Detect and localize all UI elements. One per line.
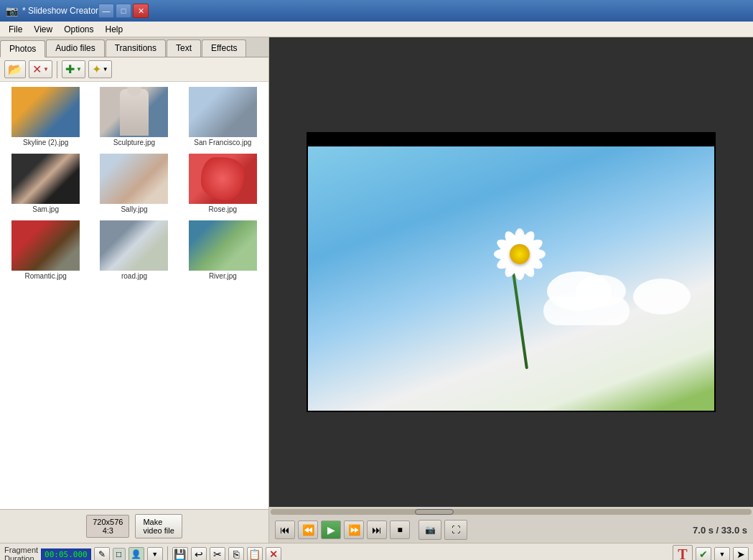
tab-photos[interactable]: Photos [0,40,45,57]
menu-view[interactable]: View [28,23,58,36]
checkmark-button[interactable]: ✔ [696,547,711,560]
time-display: 7.0 s / 33.0 s [693,525,747,536]
thumbnail-image-sally [100,154,168,204]
thumbnail-image-romantic [11,220,80,271]
thumbnail-image-sam [11,154,80,204]
toolbar-separator-1 [57,61,57,78]
cut-button[interactable]: ✂ [210,547,225,560]
go-start-button[interactable]: ⏮ [275,521,295,539]
undo-button[interactable]: ↩ [191,547,207,560]
right-panel: ⏮ ⏪ ▶ ⏩ ⏭ ■ 📷 ⛶ 7.0 s / 33.0 s [269,37,753,543]
fullscreen-button[interactable]: ⛶ [444,520,467,540]
next-button[interactable]: ⏩ [344,521,364,539]
thumbnail-label-sally: Sally.jpg [121,205,147,213]
make-video-button[interactable]: Makevideo file [135,514,182,538]
tab-bar: Photos Audio files Transitions Text Effe… [0,37,268,57]
time-separator: / [716,525,721,536]
text-button[interactable]: T [673,545,693,560]
close-button[interactable]: ✕ [133,4,149,18]
thumbnail-label-road: road.jpg [121,272,147,280]
thumbnail-sanfrancisco[interactable]: San Francisco.jpg [180,85,266,149]
play-button[interactable]: ▶ [321,521,341,539]
menu-help[interactable]: Help [100,23,129,36]
thumbnail-river[interactable]: River.jpg [180,218,266,282]
preview-scroll-track [271,509,752,515]
thumbnail-label-sculpture: Sculpture.jpg [113,139,155,146]
maximize-button[interactable]: □ [116,4,131,18]
thumbnail-image-skyline2 [11,87,80,137]
thumbnail-sculpture[interactable]: Sculpture.jpg [91,85,177,149]
preview-scrollbar[interactable] [269,507,753,517]
tab-audio-files[interactable]: Audio files [46,39,104,57]
dropdown-checkmark[interactable]: ▼ [714,547,730,560]
time-current: 7.0 s [693,525,714,536]
thumbnail-sally[interactable]: Sally.jpg [91,151,177,215]
save-button[interactable]: 💾 [172,547,188,560]
thumbnail-image-road [100,220,168,271]
camera-button[interactable]: 📷 [418,520,441,540]
player-controls: ⏮ ⏪ ▶ ⏩ ⏭ ■ 📷 ⛶ 7.0 s / 33.0 s [269,517,753,543]
star-button[interactable]: ✦ ▼ [88,60,112,78]
time-total: 33.0 s [721,525,747,536]
paste-button[interactable]: 📋 [247,547,263,560]
fragment-label: FragmentDuration [4,546,38,560]
thumbnail-image-sculpture [100,87,168,137]
delete-icon: ✕ [32,62,42,76]
avatar-button[interactable]: 👤 [128,547,144,560]
fragment-time: 00:05.000 [41,549,91,561]
thumbnail-sam[interactable]: Sam.jpg [3,151,88,215]
preview-area [269,37,753,507]
menu-file[interactable]: File [3,23,28,36]
titlebar: 📷 * Slideshow Creator — □ ✕ [0,0,753,22]
stop-button[interactable]: ■ [390,521,410,539]
preview-top-bar [308,134,714,146]
dropdown-arrow-add: ▼ [76,66,82,73]
add-icon: ✚ [65,62,75,76]
thumbnail-label-romantic: Romantic.jpg [24,272,66,280]
star-icon: ✦ [92,62,101,76]
thumbnail-image-river [189,220,257,271]
delete-button[interactable]: ✕ ▼ [29,60,52,78]
minimize-button[interactable]: — [98,4,114,18]
folder-icon: 📂 [8,62,22,76]
left-panel: Photos Audio files Transitions Text Effe… [0,37,269,543]
window-controls: — □ ✕ [98,4,149,18]
photo-toolbar: 📂 ✕ ▼ ✚ ▼ ✦ ▼ [0,57,268,82]
dropdown-arrow-delete: ▼ [43,66,49,73]
dropdown-arrow-star: ▼ [103,66,108,73]
menubar: File View Options Help [0,22,753,37]
edit-bar: FragmentDuration 00:05.000 ✎ □ 👤 ▼ 💾 ↩ ✂… [0,543,753,560]
left-bottom-bar: 720x5764:3 Makevideo file [0,509,268,543]
preview-image [307,132,716,412]
arrow-right-button[interactable]: ➤ [733,547,749,560]
thumbnail-skyline2[interactable]: Skyline (2).jpg [3,85,88,149]
thumbnail-rose[interactable]: Rose.jpg [180,151,266,215]
thumbnail-label-sam: Sam.jpg [32,205,59,213]
remove-button[interactable]: ✕ [266,547,281,560]
thumbnail-label-rose: Rose.jpg [209,205,237,213]
open-button[interactable]: 📂 [4,60,26,78]
add-button[interactable]: ✚ ▼ [62,60,85,78]
fragment-edit-button[interactable]: ✎ [94,547,110,560]
thumbnail-road[interactable]: road.jpg [91,218,177,282]
thumbnail-label-sanfrancisco: San Francisco.jpg [194,139,251,146]
go-end-button[interactable]: ⏭ [367,521,387,539]
cloud-decoration [540,239,698,325]
fragment-check-button[interactable]: □ [113,548,126,560]
tab-transitions[interactable]: Transitions [106,39,166,57]
main-layout: Photos Audio files Transitions Text Effe… [0,37,753,543]
resolution-badge: 720x5764:3 [86,515,129,538]
app-title: * Slideshow Creator [22,6,98,16]
thumbnail-image-rose [189,154,257,204]
prev-button[interactable]: ⏪ [298,521,318,539]
tab-text[interactable]: Text [167,39,201,57]
copy-button[interactable]: ⎘ [228,547,244,560]
tab-effects[interactable]: Effects [202,39,246,57]
thumbnail-romantic[interactable]: Romantic.jpg [3,218,88,282]
thumbnail-label-river: River.jpg [209,272,237,280]
menu-options[interactable]: Options [58,23,99,36]
dropdown-fragment[interactable]: ▼ [147,547,163,560]
preview-scroll-thumb[interactable] [415,509,454,515]
thumbnail-grid: Skyline (2).jpg Sculpture.jpg San Franci… [0,82,268,509]
thumbnail-image-sanfrancisco [189,87,257,137]
